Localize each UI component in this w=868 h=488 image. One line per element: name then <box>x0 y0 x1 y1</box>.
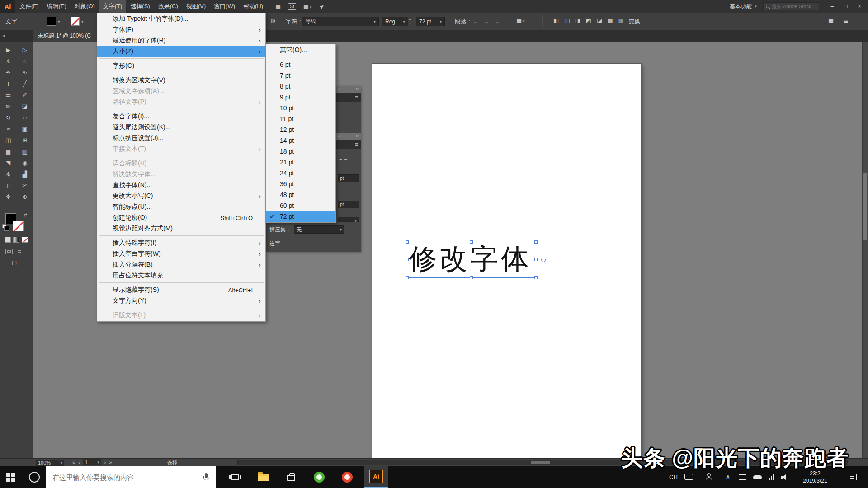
cortana-icon[interactable] <box>29 472 40 483</box>
width-tool[interactable]: ≈ <box>0 123 17 135</box>
menubar-item-object[interactable]: 对象(O) <box>71 0 99 13</box>
pencil-tool[interactable]: ✏ <box>0 101 17 112</box>
type-menu-item[interactable]: 字形(G) <box>97 61 265 71</box>
handle-bottom-right[interactable] <box>534 276 538 279</box>
arrange-documents-icon[interactable]: ▦▾ <box>303 3 312 10</box>
draw-behind-icon[interactable] <box>16 249 23 254</box>
last-artboard-button[interactable]: » <box>109 460 112 465</box>
type-menu-item[interactable]: 最近使用的字体(R)› <box>97 35 265 46</box>
share-icon[interactable]: ➤ <box>317 2 326 11</box>
layout-grid-icon[interactable]: ▦ <box>275 3 281 10</box>
blend-tool[interactable]: ◉ <box>17 157 33 169</box>
artboard-number-select[interactable]: 1▾ <box>83 459 101 465</box>
stroke-color-swatch[interactable] <box>71 17 80 26</box>
size-option[interactable]: 18 pt <box>266 146 335 157</box>
action-center-icon[interactable] <box>849 474 857 480</box>
ligature-label[interactable]: 连字 <box>269 240 280 248</box>
store-button[interactable] <box>284 470 298 484</box>
touch-keyboard-icon[interactable] <box>684 474 693 480</box>
draw-normal-icon[interactable] <box>5 249 13 254</box>
color-button[interactable] <box>5 237 11 243</box>
lasso-tool[interactable]: ◌ <box>17 56 33 67</box>
gradient-button[interactable] <box>13 237 19 243</box>
direct-selection-tool[interactable]: ▷ <box>17 44 33 56</box>
network-tray-icon[interactable] <box>769 474 774 480</box>
options-grid-button[interactable]: ▦▾ <box>516 17 525 24</box>
maximize-button[interactable]: □ <box>839 0 853 13</box>
first-artboard-button[interactable]: « <box>72 460 75 465</box>
pt-field[interactable]: pt <box>338 201 359 208</box>
size-option[interactable]: 8 pt <box>266 81 335 92</box>
align-vertical-top-icon[interactable]: ◩ <box>586 17 591 24</box>
distribute-horizontal-icon[interactable]: ▥ <box>618 17 624 24</box>
magic-wand-tool[interactable]: ✳ <box>0 56 17 67</box>
type-menu-item[interactable]: 显示隐藏字符(S)Alt+Ctrl+I <box>97 285 265 296</box>
size-option[interactable]: 10 pt <box>266 103 335 113</box>
scale-tool[interactable]: ▱ <box>17 112 33 123</box>
rectangle-tool[interactable]: ▭ <box>0 89 17 101</box>
menubar-item-view[interactable]: 视图(V) <box>182 0 210 13</box>
stock-search-input[interactable] <box>772 4 816 9</box>
transform-label[interactable]: 变换 <box>628 18 640 26</box>
type-menu-item[interactable]: 转换为区域文字(V) <box>97 75 265 86</box>
handle-top-center[interactable] <box>470 240 473 244</box>
close-button[interactable]: × <box>853 0 866 13</box>
collapse-panel-icon[interactable]: « <box>338 134 341 139</box>
adobe-stock-icon[interactable]: St <box>288 3 296 10</box>
slice-tool[interactable]: ✂ <box>17 180 33 191</box>
paintbrush-tool[interactable]: ✐ <box>17 89 33 101</box>
size-option[interactable]: 36 pt <box>266 178 335 189</box>
pt-field[interactable]: pt <box>338 174 359 182</box>
collapse-panels-icon[interactable]: « <box>2 33 5 39</box>
close-panel-icon[interactable]: × <box>356 134 359 139</box>
start-button[interactable] <box>6 473 15 482</box>
collapse-panel-icon[interactable]: « <box>338 87 341 92</box>
glyph-snapping-icon[interactable]: ⊕ <box>270 17 276 24</box>
stroke-color-well[interactable] <box>13 221 24 231</box>
rotate-tool[interactable]: ↻ <box>0 112 17 123</box>
column-graph-tool[interactable]: ▟ <box>17 169 33 180</box>
size-option[interactable]: 21 pt <box>266 157 335 168</box>
eraser-tool[interactable]: ◪ <box>17 101 33 112</box>
type-menu-item[interactable]: 复合字体(I)... <box>97 111 265 122</box>
squeeze-set-select[interactable]: 无▾ <box>294 225 344 234</box>
distribute-vertical-icon[interactable]: ▤ <box>608 17 613 24</box>
type-menu-item[interactable]: 字体(F)› <box>97 24 265 35</box>
align-horizontal-right-icon[interactable]: ◨ <box>575 17 580 24</box>
handle-middle-right[interactable] <box>534 258 538 261</box>
menubar-item-window[interactable]: 窗口(W) <box>210 0 239 13</box>
type-menu-item[interactable]: 标点挤压设置(J)... <box>97 133 265 144</box>
chevron-down-icon[interactable]: ▾ <box>81 19 84 24</box>
type-menu-item[interactable]: 插入空白字符(W)› <box>97 249 265 259</box>
type-tool[interactable]: T <box>0 78 17 89</box>
artboard-text[interactable]: 修改字体 <box>407 242 536 276</box>
chevron-down-icon[interactable]: ▾ <box>58 19 60 24</box>
panel-list-icon[interactable]: ≣ <box>844 17 849 24</box>
type-menu-item[interactable]: 创建轮廓(O)Shift+Ctrl+O <box>97 212 265 223</box>
artboard-tool[interactable]: ▯ <box>0 180 17 191</box>
default-colors-icon[interactable] <box>2 224 6 228</box>
size-option[interactable]: 11 pt <box>266 113 335 124</box>
people-icon[interactable] <box>705 473 712 481</box>
curvature-tool[interactable]: ∿ <box>17 67 33 78</box>
green-browser-button[interactable] <box>312 470 326 484</box>
line-segment-tool[interactable]: ╱ <box>17 78 33 89</box>
selected-text-frame[interactable]: 修改字体 <box>407 242 536 278</box>
type-menu-item[interactable]: 视觉边距对齐方式(M) <box>97 223 265 234</box>
font-style-select[interactable]: Reg...▾ <box>382 17 408 26</box>
zoom-level-select[interactable]: 100%▾ <box>36 460 64 466</box>
swap-colors-icon[interactable]: ⇄ <box>24 212 27 217</box>
zoom-tool[interactable]: ⊕ <box>17 191 33 202</box>
task-view-button[interactable] <box>228 470 242 484</box>
free-transform-tool[interactable]: ▣ <box>17 123 33 135</box>
handle-bottom-center[interactable] <box>470 276 473 279</box>
mesh-tool[interactable]: ▦ <box>0 146 17 157</box>
file-explorer-button[interactable] <box>256 470 270 484</box>
cloud-tray-icon[interactable] <box>753 475 762 479</box>
illustrator-taskbar-button[interactable]: Ai <box>364 466 388 488</box>
selection-tool[interactable]: ▶ <box>0 44 17 56</box>
size-option[interactable]: 24 pt <box>266 168 335 178</box>
red-browser-button[interactable] <box>340 470 354 484</box>
perspective-grid-tool[interactable]: ⊞ <box>17 135 33 146</box>
vertical-scrollbar[interactable] <box>862 42 868 458</box>
